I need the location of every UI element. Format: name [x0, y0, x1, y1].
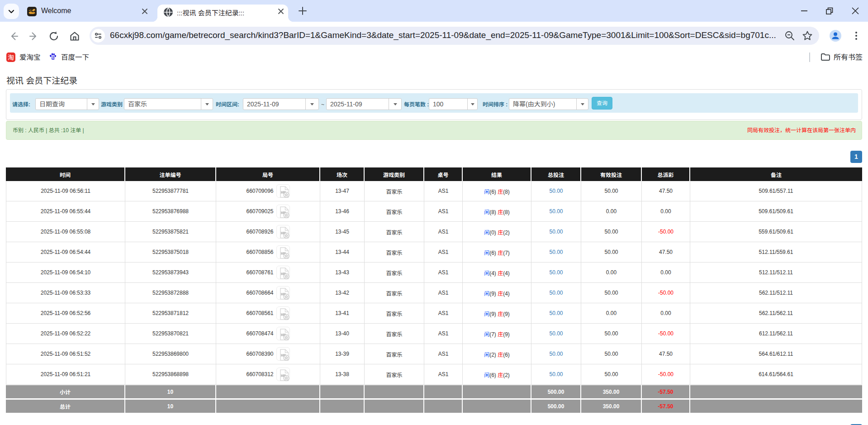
svg-text:淘: 淘	[8, 53, 14, 62]
svg-text:du: du	[51, 56, 55, 59]
